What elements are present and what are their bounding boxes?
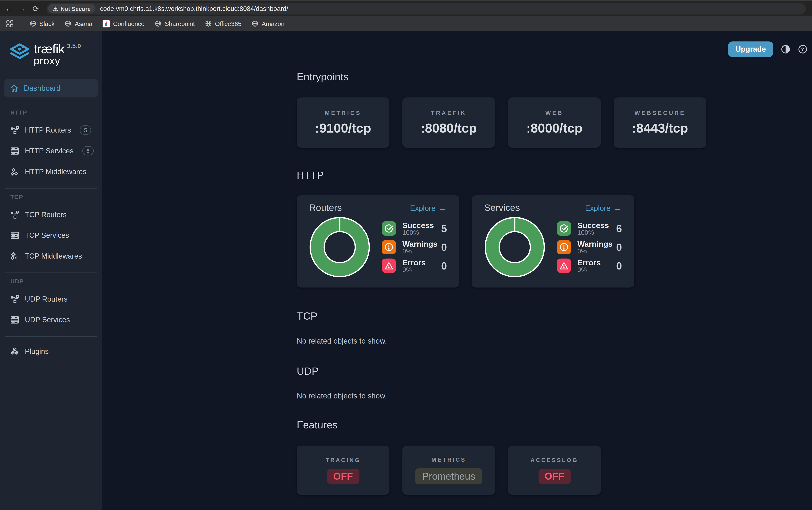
card-title: Services	[484, 202, 520, 214]
entrypoint-name: TRAEFIK	[431, 110, 467, 116]
explore-services-link[interactable]: Explore →	[585, 204, 622, 212]
sidebar-item-http-middlewares[interactable]: HTTP Middlewares	[0, 161, 102, 182]
sidebar-divider	[5, 104, 97, 104]
stat-percent: 100%	[577, 229, 609, 236]
bookmark-slack[interactable]: Slack	[24, 16, 60, 31]
sidebar-item-label: HTTP Services	[25, 147, 73, 155]
sidebar-divider	[5, 273, 97, 273]
card-title: Routers	[309, 202, 342, 214]
sidebar-divider	[5, 188, 97, 189]
bookmark-asana[interactable]: Asana	[60, 16, 98, 31]
entrypoint-port: :8443/tcp	[632, 120, 688, 136]
middlewares-icon	[10, 167, 19, 176]
bookmark-confluence[interactable]: Confluence	[98, 16, 150, 31]
feature-card-accesslog: ACCESSLOG OFF	[508, 446, 601, 495]
sidebar-item-label: Dashboard	[24, 84, 60, 92]
sidebar-item-dashboard[interactable]: Dashboard	[4, 79, 98, 97]
bookmark-sharepoint[interactable]: Sharepoint	[150, 16, 200, 31]
stat-label: Warnings	[402, 239, 438, 247]
back-button[interactable]: ←	[2, 2, 16, 15]
routers-icon	[10, 210, 19, 219]
forward-button[interactable]: →	[16, 2, 29, 15]
feature-name: METRICS	[431, 456, 466, 462]
url-text: code.vm0.chris.a1.k8s.workshop.thinkport…	[100, 5, 288, 12]
sidebar-item-http-services[interactable]: HTTP Services 6	[0, 140, 102, 161]
reload-button[interactable]: ⟳	[29, 2, 42, 15]
sidebar-item-label: UDP Services	[25, 315, 70, 324]
stat-count: 5	[441, 223, 447, 234]
bookmarks-divider	[20, 20, 20, 27]
stat-warnings: Warnings 0% 0	[557, 240, 622, 254]
routers-legend: Success 100% 5	[382, 221, 447, 273]
entrypoint-card-metrics: METRICS :9100/tcp	[297, 97, 389, 148]
bookmark-office365[interactable]: Office365	[200, 16, 247, 31]
routers-icon	[10, 294, 19, 303]
globe-icon	[252, 20, 259, 27]
stat-count: 0	[441, 260, 447, 272]
sidebar-item-tcp-services[interactable]: TCP Services	[0, 225, 102, 246]
security-badge[interactable]: Not Secure	[48, 4, 95, 13]
count-badge: 5	[80, 125, 91, 135]
sidebar-item-tcp-middlewares[interactable]: TCP Middlewares	[0, 246, 102, 266]
services-icon	[10, 231, 19, 239]
bookmark-label: Sharepoint	[165, 20, 195, 27]
stat-count: 0	[616, 260, 622, 272]
sidebar-item-label: TCP Routers	[25, 210, 67, 219]
stat-label: Success	[402, 221, 434, 229]
sidebar-item-udp-services[interactable]: UDP Services	[0, 309, 102, 330]
stat-count: 0	[441, 241, 447, 253]
udp-empty-message: No related objects to show.	[297, 392, 706, 400]
traefik-logo-icon	[9, 41, 30, 64]
services-donut-chart	[484, 217, 545, 278]
entrypoint-name: WEBSECURE	[635, 110, 686, 116]
sidebar-item-http-routers[interactable]: HTTP Routers 5	[0, 120, 102, 140]
theme-toggle-icon[interactable]	[781, 45, 790, 54]
sidebar-item-udp-routers[interactable]: UDP Routers	[0, 288, 102, 309]
stat-percent: 100%	[402, 229, 434, 236]
stat-label: Warnings	[577, 239, 612, 247]
sidebar-item-label: HTTP Routers	[25, 126, 71, 134]
http-services-card: Services Explore →	[472, 195, 634, 287]
sidebar-item-label: UDP Routers	[25, 295, 67, 303]
bookmark-label: Asana	[75, 20, 92, 27]
services-icon	[10, 315, 19, 324]
features-section-title: Features	[297, 420, 706, 430]
sidebar-item-plugins[interactable]: Plugins	[0, 341, 102, 362]
explore-routers-link[interactable]: Explore →	[410, 204, 447, 212]
sidebar-item-label: Plugins	[25, 347, 49, 356]
sidebar-section-udp: UDP	[10, 278, 102, 284]
bookmark-label: Amazon	[262, 20, 284, 27]
traefik-logo: træfik 3.5.0 proxy	[9, 41, 102, 66]
stat-warnings: Warnings 0% 0	[382, 240, 447, 254]
error-triangle-icon	[382, 259, 396, 273]
upgrade-button[interactable]: Upgrade	[728, 41, 773, 57]
services-icon	[10, 146, 19, 155]
entrypoint-port: :8000/tcp	[526, 120, 582, 136]
bookmark-label: Confluence	[113, 20, 145, 27]
bookmark-amazon[interactable]: Amazon	[247, 16, 290, 31]
stat-success: Success 100% 6	[557, 221, 622, 236]
feature-name: ACCESSLOG	[531, 457, 578, 463]
sidebar-item-tcp-routers[interactable]: TCP Routers	[0, 204, 102, 225]
help-icon[interactable]: ?	[798, 45, 807, 54]
apps-grid-icon[interactable]	[4, 18, 16, 29]
brand-text: træfik 3.5.0 proxy	[34, 42, 81, 66]
globe-icon	[65, 20, 72, 27]
arrow-right-icon: →	[439, 204, 447, 212]
entrypoint-card-websecure: WEBSECURE :8443/tcp	[614, 97, 706, 148]
routers-donut-chart	[309, 217, 370, 278]
stat-percent: 0%	[577, 248, 612, 255]
traefik-dashboard-page: træfik 3.5.0 proxy Dashboard HTTP HTTP R…	[0, 31, 812, 510]
sidebar-item-label: TCP Middlewares	[25, 252, 82, 260]
header-actions: Upgrade ?	[728, 41, 807, 57]
address-bar[interactable]: Not Secure code.vm0.chris.a1.k8s.worksho…	[47, 3, 806, 14]
globe-icon	[205, 20, 212, 27]
entrypoint-name: WEB	[545, 110, 564, 116]
routers-icon	[10, 125, 19, 134]
sidebar-item-label: HTTP Middlewares	[25, 167, 87, 176]
stat-errors: Errors 0% 0	[557, 259, 622, 273]
sidebar-divider	[5, 336, 97, 337]
stat-label: Success	[577, 221, 609, 229]
success-check-icon	[382, 221, 396, 236]
main-content: Upgrade ? Entrypoints METRICS :9100/tcp …	[102, 31, 812, 510]
